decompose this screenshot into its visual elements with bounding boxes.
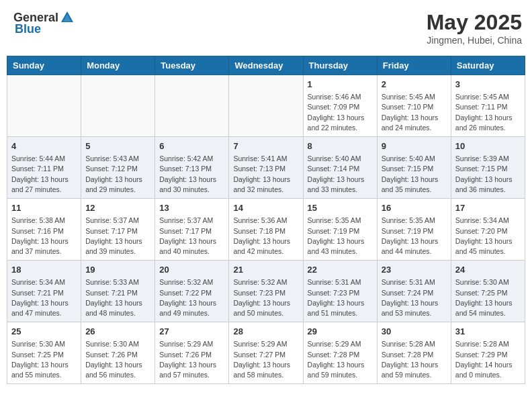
calendar-day-cell: 23Sunrise: 5:31 AM Sunset: 7:24 PM Dayli… (377, 261, 451, 322)
calendar-day-cell: 9Sunrise: 5:40 AM Sunset: 7:15 PM Daylig… (377, 137, 451, 199)
calendar-day-cell: 24Sunrise: 5:30 AM Sunset: 7:25 PM Dayli… (451, 261, 525, 322)
calendar-day-cell (7, 75, 81, 137)
day-number: 20 (159, 264, 224, 276)
day-number: 17 (455, 202, 521, 214)
calendar-header-row: SundayMondayTuesdayWednesdayThursdayFrid… (7, 56, 525, 75)
calendar-day-cell: 3Sunrise: 5:45 AM Sunset: 7:11 PM Daylig… (451, 75, 525, 137)
calendar-day-cell: 27Sunrise: 5:29 AM Sunset: 7:26 PM Dayli… (155, 322, 229, 384)
calendar-day-cell: 8Sunrise: 5:40 AM Sunset: 7:14 PM Daylig… (303, 137, 377, 199)
day-number: 16 (382, 202, 447, 214)
day-number: 12 (85, 202, 150, 214)
logo-icon (60, 10, 75, 25)
calendar-day-cell: 21Sunrise: 5:32 AM Sunset: 7:23 PM Dayli… (229, 261, 303, 322)
day-number: 18 (11, 264, 77, 276)
day-number: 13 (159, 202, 224, 214)
calendar-day-cell: 11Sunrise: 5:38 AM Sunset: 7:16 PM Dayli… (7, 199, 81, 261)
calendar-day-cell: 29Sunrise: 5:29 AM Sunset: 7:28 PM Dayli… (303, 322, 377, 384)
calendar-day-cell: 30Sunrise: 5:28 AM Sunset: 7:28 PM Dayli… (377, 322, 451, 384)
calendar-day-cell: 26Sunrise: 5:30 AM Sunset: 7:26 PM Dayli… (81, 322, 155, 384)
day-info: Sunrise: 5:33 AM Sunset: 7:21 PM Dayligh… (85, 277, 150, 318)
calendar-day-cell (229, 75, 303, 137)
calendar-week-row: 25Sunrise: 5:30 AM Sunset: 7:25 PM Dayli… (7, 322, 525, 384)
day-of-week-header: Friday (377, 56, 451, 75)
day-info: Sunrise: 5:28 AM Sunset: 7:28 PM Dayligh… (382, 339, 447, 380)
day-number: 29 (308, 326, 373, 338)
day-info: Sunrise: 5:30 AM Sunset: 7:25 PM Dayligh… (455, 277, 521, 318)
day-of-week-header: Sunday (7, 56, 81, 75)
day-number: 8 (308, 140, 373, 152)
day-of-week-header: Tuesday (155, 56, 229, 75)
page-header: General Blue May 2025 Jingmen, Hubei, Ch… (7, 7, 525, 49)
calendar-day-cell: 31Sunrise: 5:28 AM Sunset: 7:29 PM Dayli… (451, 322, 525, 384)
day-info: Sunrise: 5:44 AM Sunset: 7:11 PM Dayligh… (11, 154, 77, 195)
day-info: Sunrise: 5:36 AM Sunset: 7:18 PM Dayligh… (233, 216, 298, 257)
day-info: Sunrise: 5:37 AM Sunset: 7:17 PM Dayligh… (159, 216, 224, 257)
day-info: Sunrise: 5:28 AM Sunset: 7:29 PM Dayligh… (455, 339, 521, 380)
day-info: Sunrise: 5:34 AM Sunset: 7:21 PM Dayligh… (11, 277, 77, 318)
day-number: 25 (11, 326, 77, 338)
day-number: 23 (382, 264, 447, 276)
calendar-day-cell: 5Sunrise: 5:43 AM Sunset: 7:12 PM Daylig… (81, 137, 155, 199)
day-info: Sunrise: 5:40 AM Sunset: 7:14 PM Dayligh… (308, 154, 373, 195)
calendar-day-cell: 28Sunrise: 5:29 AM Sunset: 7:27 PM Dayli… (229, 322, 303, 384)
calendar-day-cell: 25Sunrise: 5:30 AM Sunset: 7:25 PM Dayli… (7, 322, 81, 384)
calendar-day-cell: 15Sunrise: 5:35 AM Sunset: 7:19 PM Dayli… (303, 199, 377, 261)
day-number: 22 (308, 264, 373, 276)
day-info: Sunrise: 5:42 AM Sunset: 7:13 PM Dayligh… (159, 154, 224, 195)
day-info: Sunrise: 5:41 AM Sunset: 7:13 PM Dayligh… (233, 154, 298, 195)
day-info: Sunrise: 5:32 AM Sunset: 7:22 PM Dayligh… (159, 277, 224, 318)
day-number: 2 (382, 79, 447, 91)
day-of-week-header: Saturday (451, 56, 525, 75)
day-number: 7 (233, 140, 298, 152)
day-info: Sunrise: 5:46 AM Sunset: 7:09 PM Dayligh… (308, 92, 373, 133)
day-info: Sunrise: 5:40 AM Sunset: 7:15 PM Dayligh… (382, 154, 447, 195)
day-number: 5 (85, 140, 150, 152)
day-info: Sunrise: 5:29 AM Sunset: 7:28 PM Dayligh… (308, 339, 373, 380)
day-number: 31 (455, 326, 521, 338)
calendar-day-cell: 19Sunrise: 5:33 AM Sunset: 7:21 PM Dayli… (81, 261, 155, 322)
day-info: Sunrise: 5:34 AM Sunset: 7:20 PM Dayligh… (455, 216, 521, 257)
calendar-day-cell: 22Sunrise: 5:31 AM Sunset: 7:23 PM Dayli… (303, 261, 377, 322)
day-info: Sunrise: 5:29 AM Sunset: 7:26 PM Dayligh… (159, 339, 224, 380)
calendar-week-row: 18Sunrise: 5:34 AM Sunset: 7:21 PM Dayli… (7, 261, 525, 322)
day-number: 21 (233, 264, 298, 276)
day-of-week-header: Monday (81, 56, 155, 75)
day-info: Sunrise: 5:35 AM Sunset: 7:19 PM Dayligh… (382, 216, 447, 257)
day-number: 6 (159, 140, 224, 152)
calendar-week-row: 4Sunrise: 5:44 AM Sunset: 7:11 PM Daylig… (7, 137, 525, 199)
day-info: Sunrise: 5:43 AM Sunset: 7:12 PM Dayligh… (85, 154, 150, 195)
calendar-day-cell: 20Sunrise: 5:32 AM Sunset: 7:22 PM Dayli… (155, 261, 229, 322)
day-info: Sunrise: 5:30 AM Sunset: 7:25 PM Dayligh… (11, 339, 77, 380)
day-number: 30 (382, 326, 447, 338)
calendar-day-cell: 10Sunrise: 5:39 AM Sunset: 7:15 PM Dayli… (451, 137, 525, 199)
calendar-day-cell: 13Sunrise: 5:37 AM Sunset: 7:17 PM Dayli… (155, 199, 229, 261)
day-info: Sunrise: 5:32 AM Sunset: 7:23 PM Dayligh… (233, 277, 298, 318)
calendar-day-cell: 17Sunrise: 5:34 AM Sunset: 7:20 PM Dayli… (451, 199, 525, 261)
day-info: Sunrise: 5:45 AM Sunset: 7:10 PM Dayligh… (382, 92, 447, 133)
calendar-day-cell: 1Sunrise: 5:46 AM Sunset: 7:09 PM Daylig… (303, 75, 377, 137)
calendar-day-cell: 2Sunrise: 5:45 AM Sunset: 7:10 PM Daylig… (377, 75, 451, 137)
calendar-week-row: 1Sunrise: 5:46 AM Sunset: 7:09 PM Daylig… (7, 75, 525, 137)
day-number: 11 (11, 202, 77, 214)
day-number: 27 (159, 326, 224, 338)
calendar-day-cell (81, 75, 155, 137)
calendar-day-cell: 18Sunrise: 5:34 AM Sunset: 7:21 PM Dayli… (7, 261, 81, 322)
day-number: 15 (308, 202, 373, 214)
logo: General Blue (13, 10, 76, 36)
day-number: 3 (455, 79, 521, 91)
day-of-week-header: Wednesday (229, 56, 303, 75)
day-number: 10 (455, 140, 521, 152)
calendar-day-cell: 6Sunrise: 5:42 AM Sunset: 7:13 PM Daylig… (155, 137, 229, 199)
location-subtitle: Jingmen, Hubei, China (427, 35, 522, 46)
calendar-day-cell: 7Sunrise: 5:41 AM Sunset: 7:13 PM Daylig… (229, 137, 303, 199)
calendar-day-cell: 16Sunrise: 5:35 AM Sunset: 7:19 PM Dayli… (377, 199, 451, 261)
day-number: 14 (233, 202, 298, 214)
calendar-day-cell: 14Sunrise: 5:36 AM Sunset: 7:18 PM Dayli… (229, 199, 303, 261)
day-info: Sunrise: 5:39 AM Sunset: 7:15 PM Dayligh… (455, 154, 521, 195)
month-year-title: May 2025 (427, 10, 522, 35)
day-info: Sunrise: 5:31 AM Sunset: 7:24 PM Dayligh… (382, 277, 447, 318)
day-info: Sunrise: 5:35 AM Sunset: 7:19 PM Dayligh… (308, 216, 373, 257)
day-number: 19 (85, 264, 150, 276)
calendar-week-row: 11Sunrise: 5:38 AM Sunset: 7:16 PM Dayli… (7, 199, 525, 261)
day-number: 4 (11, 140, 77, 152)
